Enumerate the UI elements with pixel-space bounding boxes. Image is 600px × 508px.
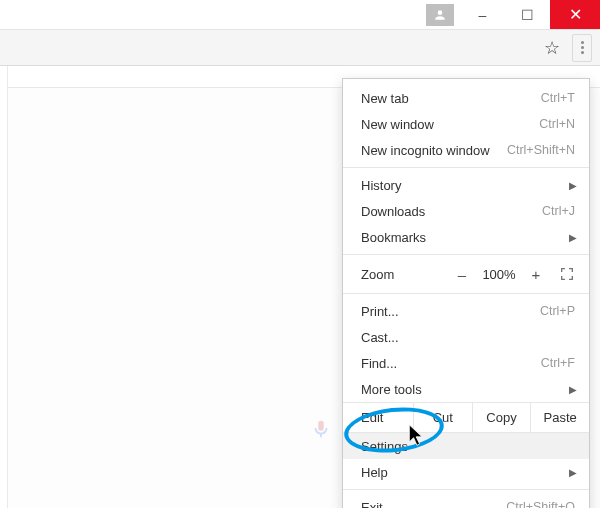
menu-item-label: New window (361, 117, 539, 132)
menu-item-label: Exit (361, 500, 506, 509)
menu-item-shortcut: Ctrl+J (542, 204, 575, 218)
menu-item-help[interactable]: Help ▶ (343, 459, 589, 485)
zoom-value: 100% (475, 267, 523, 282)
submenu-arrow-icon: ▶ (569, 467, 577, 478)
menu-item-label: New tab (361, 91, 541, 106)
menu-item-shortcut: Ctrl+Shift+Q (506, 500, 575, 508)
menu-button[interactable] (572, 34, 592, 62)
zoom-in-button[interactable]: + (523, 266, 549, 283)
toolbar: ☆ (0, 30, 600, 66)
menu-item-new-incognito[interactable]: New incognito window Ctrl+Shift+N (343, 137, 589, 163)
mic-icon (310, 418, 332, 443)
menu-item-more-tools[interactable]: More tools ▶ (343, 376, 589, 402)
menu-item-cast[interactable]: Cast... (343, 324, 589, 350)
close-button[interactable]: ✕ (550, 0, 600, 29)
submenu-arrow-icon: ▶ (569, 384, 577, 395)
separator (343, 489, 589, 490)
menu-item-new-window[interactable]: New window Ctrl+N (343, 111, 589, 137)
edit-paste-button[interactable]: Paste (530, 403, 589, 432)
menu-edit-row: Edit Cut Copy Paste (343, 402, 589, 433)
separator (343, 254, 589, 255)
menu-item-shortcut: Ctrl+P (540, 304, 575, 318)
menu-item-downloads[interactable]: Downloads Ctrl+J (343, 198, 589, 224)
separator (343, 167, 589, 168)
fullscreen-icon (559, 266, 575, 282)
menu-item-shortcut: Ctrl+Shift+N (507, 143, 575, 157)
submenu-arrow-icon: ▶ (569, 180, 577, 191)
menu-item-history[interactable]: History ▶ (343, 172, 589, 198)
maximize-button[interactable]: ☐ (505, 0, 550, 29)
user-icon (433, 8, 447, 22)
menu-zoom-row: Zoom – 100% + (343, 259, 589, 289)
menu-item-bookmarks[interactable]: Bookmarks ▶ (343, 224, 589, 250)
menu-item-label: Settings (361, 439, 575, 454)
profile-button[interactable] (426, 4, 454, 26)
menu-item-label: Cast... (361, 330, 575, 345)
menu-item-label: Downloads (361, 204, 542, 219)
content-edge (0, 66, 8, 508)
menu-item-label: Bookmarks (361, 230, 575, 245)
menu-item-shortcut: Ctrl+F (541, 356, 575, 370)
menu-item-label: Print... (361, 304, 540, 319)
menu-item-new-tab[interactable]: New tab Ctrl+T (343, 85, 589, 111)
zoom-label: Zoom (361, 267, 449, 282)
edit-copy-button[interactable]: Copy (472, 403, 531, 432)
menu-item-label: New incognito window (361, 143, 507, 158)
edit-label: Edit (343, 403, 413, 432)
menu-item-settings[interactable]: Settings (343, 433, 589, 459)
menu-item-shortcut: Ctrl+N (539, 117, 575, 131)
submenu-arrow-icon: ▶ (569, 232, 577, 243)
menu-item-label: Help (361, 465, 575, 480)
chrome-menu: New tab Ctrl+T New window Ctrl+N New inc… (342, 78, 590, 508)
menu-item-find[interactable]: Find... Ctrl+F (343, 350, 589, 376)
separator (343, 293, 589, 294)
menu-item-exit[interactable]: Exit Ctrl+Shift+Q (343, 494, 589, 508)
zoom-out-button[interactable]: – (449, 266, 475, 283)
edit-cut-button[interactable]: Cut (413, 403, 472, 432)
menu-item-label: More tools (361, 382, 575, 397)
vertical-dots-icon (581, 41, 584, 54)
menu-item-shortcut: Ctrl+T (541, 91, 575, 105)
menu-item-label: History (361, 178, 575, 193)
menu-item-print[interactable]: Print... Ctrl+P (343, 298, 589, 324)
minimize-button[interactable]: – (460, 0, 505, 29)
bookmark-star-icon[interactable]: ☆ (544, 37, 560, 59)
fullscreen-button[interactable] (553, 264, 581, 284)
window-titlebar: – ☐ ✕ (0, 0, 600, 30)
menu-item-label: Find... (361, 356, 541, 371)
